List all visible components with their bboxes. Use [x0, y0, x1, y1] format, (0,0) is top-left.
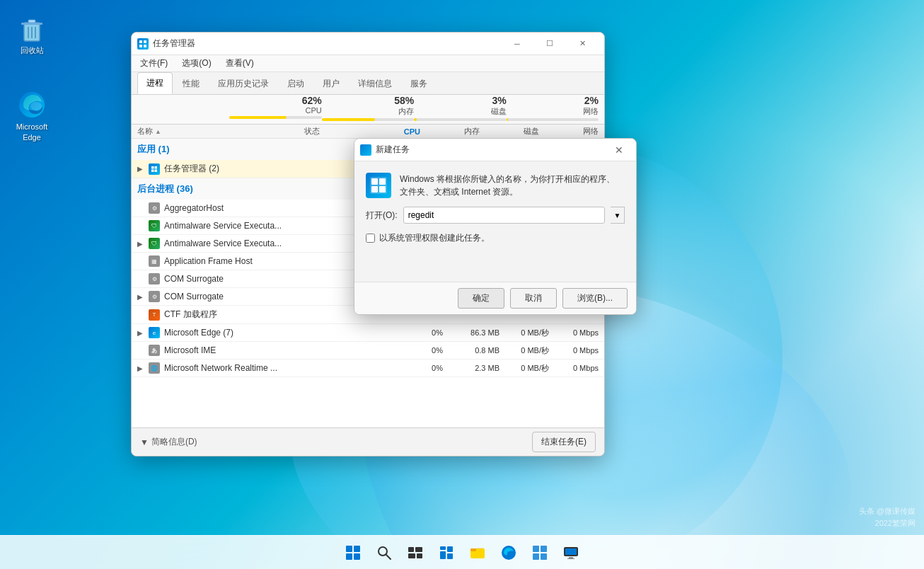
process-net: 0 Mbps [549, 364, 599, 372]
svg-rect-1 [28, 20, 35, 23]
svg-rect-36 [470, 548, 476, 551]
tab-services[interactable]: 服务 [402, 74, 436, 94]
summary-button[interactable]: ▼ 简略信息(D) [140, 436, 197, 448]
dialog-open-row: 打开(O): ▼ [366, 207, 625, 224]
cancel-button[interactable]: 取消 [510, 288, 557, 309]
process-cpu: 0% [386, 328, 443, 337]
taskmanager-title: 任务管理器 [153, 38, 501, 50]
dialog-info-text: Windows 将根据你所键入的名称，为你打开相应的程序、文件夹、文档或 Int… [400, 173, 615, 198]
col-disk-header[interactable]: 磁盘 [483, 126, 539, 137]
svg-rect-41 [541, 553, 547, 560]
close-button[interactable]: ✕ [566, 33, 599, 55]
confirm-button[interactable]: 确定 [458, 288, 504, 309]
cpu-value: 62% [229, 95, 321, 106]
process-name: 任务管理器 (2) [164, 163, 344, 175]
col-status-header[interactable]: 状态 [304, 126, 361, 137]
process-net: 0 Mbps [549, 346, 599, 355]
process-name: CTF 加载程序 [164, 309, 344, 321]
process-icon: ⚙ [149, 273, 160, 284]
recycle-bin-label: 回收站 [21, 45, 44, 55]
svg-line-26 [386, 555, 391, 559]
taskview-button[interactable] [401, 539, 429, 567]
tab-apphistory[interactable]: 应用历史记录 [209, 74, 277, 94]
col-name-header[interactable]: 名称 ▲ [137, 126, 301, 137]
svg-point-25 [379, 547, 387, 556]
process-cpu: 0% [386, 346, 443, 355]
process-icon: e [149, 327, 160, 338]
cpu-stat: 62% CPU [229, 95, 321, 121]
tab-users[interactable]: 用户 [314, 74, 348, 94]
process-name: Microsoft Network Realtime ... [164, 363, 344, 373]
dialog-close-button[interactable]: ✕ [608, 140, 630, 160]
menu-options[interactable]: 选项(O) [179, 56, 214, 71]
expand-icon[interactable]: ▶ [137, 293, 149, 301]
process-icon: ⚙ [149, 202, 160, 214]
dialog-checkbox[interactable] [366, 234, 375, 243]
process-cpu: 0% [386, 364, 443, 372]
menu-view[interactable]: 查看(V) [223, 56, 257, 71]
remote-taskbar-button[interactable] [557, 539, 585, 567]
svg-rect-22 [354, 546, 360, 552]
menu-file[interactable]: 文件(F) [137, 56, 171, 71]
mem-value: 58% [322, 95, 414, 106]
process-row[interactable]: ▶ 🌐 Microsoft Network Realtime ... 0% 2.… [132, 360, 604, 377]
dialog-dropdown-button[interactable]: ▼ [611, 207, 625, 224]
taskbar-icons [339, 539, 585, 567]
svg-rect-18 [379, 178, 386, 185]
edge-taskbar-button[interactable] [495, 539, 523, 567]
tab-process[interactable]: 进程 [137, 72, 173, 94]
start-button[interactable] [339, 539, 367, 567]
tab-startup[interactable]: 启动 [279, 74, 313, 94]
process-row[interactable]: あ Microsoft IME 0% 0.8 MB 0 MB/秒 0 Mbps [132, 342, 604, 360]
taskmanager-taskbar-button[interactable] [526, 539, 554, 567]
svg-rect-40 [533, 553, 539, 560]
col-net-header[interactable]: 网络 [542, 126, 599, 137]
process-icon: 🌐 [149, 362, 160, 374]
minimize-button[interactable]: ─ [501, 33, 533, 55]
expand-icon[interactable]: ▶ [137, 364, 149, 372]
search-button[interactable] [370, 539, 398, 567]
process-name: COM Surrogate [164, 292, 344, 301]
svg-rect-2 [21, 23, 42, 25]
svg-rect-33 [440, 551, 446, 559]
browse-button[interactable]: 浏览(B)... [562, 288, 628, 309]
stats-header: 62% CPU 58% 内存 3% 磁盘 2% 网络 [132, 95, 604, 125]
expand-icon[interactable]: ▶ [137, 329, 149, 337]
svg-rect-31 [440, 546, 446, 550]
expand-down-icon: ▼ [140, 437, 149, 447]
svg-rect-32 [447, 546, 453, 552]
svg-rect-15 [155, 169, 158, 172]
tab-performance[interactable]: 性能 [174, 74, 208, 94]
explorer-button[interactable] [463, 539, 492, 567]
process-name: Antimalware Service Executa... [164, 221, 344, 231]
dialog-checkbox-label: 以系统管理权限创建此任务。 [379, 232, 490, 244]
end-task-button[interactable]: 结束任务(E) [532, 432, 596, 452]
recycle-bin-icon[interactable]: 回收站 [7, 14, 57, 55]
process-mem: 2.3 MB [443, 364, 499, 372]
widgets-button[interactable] [432, 539, 461, 567]
maximize-button[interactable]: ☐ [533, 33, 566, 55]
taskbar [0, 535, 924, 569]
process-row[interactable]: ▶ e Microsoft Edge (7) 0% 86.3 MB 0 MB/秒… [132, 324, 604, 342]
svg-rect-29 [408, 553, 415, 558]
watermark: 头条 @微课传媒 2022繁荣网 [859, 505, 916, 530]
col-mem-header[interactable]: 内存 [423, 126, 480, 137]
svg-rect-28 [415, 547, 422, 552]
cpu-label: CPU [229, 106, 321, 115]
expand-icon[interactable]: ▶ [137, 165, 149, 173]
svg-rect-34 [447, 553, 453, 559]
tab-details[interactable]: 详细信息 [350, 74, 400, 94]
svg-rect-45 [567, 558, 574, 559]
edge-icon[interactable]: MicrosoftEdge [7, 91, 57, 142]
desktop-icons: 回收站 [0, 0, 64, 156]
expand-icon[interactable]: ▶ [137, 240, 149, 248]
svg-rect-13 [155, 166, 158, 169]
edge-image [18, 91, 46, 119]
col-cpu-header[interactable]: CPU [364, 127, 420, 136]
net-stat: 2% 网络 [507, 95, 599, 121]
svg-rect-19 [371, 186, 378, 192]
dialog-input[interactable] [403, 207, 605, 224]
window-controls: ─ ☐ ✕ [501, 33, 599, 55]
watermark-line2: 2022繁荣网 [859, 517, 916, 530]
process-name: Application Frame Host [164, 256, 344, 266]
